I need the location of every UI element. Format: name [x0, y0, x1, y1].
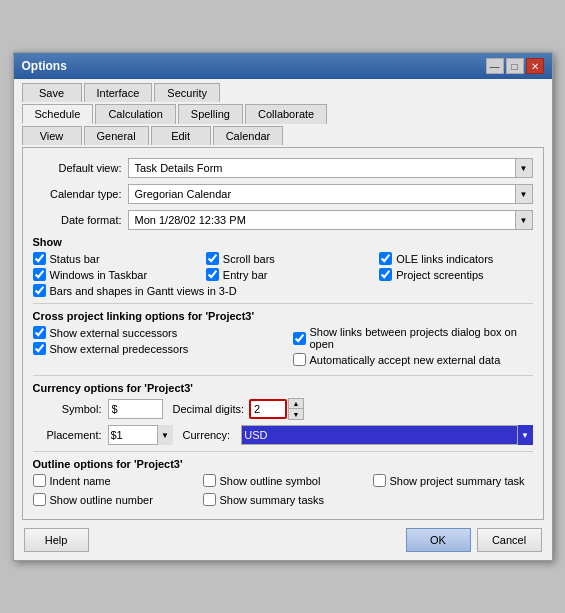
help-button[interactable]: Help	[24, 528, 89, 552]
decimal-digits-input[interactable]	[249, 399, 287, 419]
date-format-select-wrapper: Mon 1/28/02 12:33 PM ▼	[128, 210, 533, 230]
show-checkboxes: Status bar Windows in Taskbar Scroll bar…	[33, 252, 533, 284]
external-successors-label: Show external successors	[50, 327, 178, 339]
show-outline-symbol-row: Show outline symbol	[203, 474, 363, 487]
divider-2	[33, 375, 533, 376]
cancel-button[interactable]: Cancel	[477, 528, 542, 552]
bottom-buttons: Help OK Cancel	[14, 520, 552, 560]
external-predecessors-label: Show external predecessors	[50, 343, 189, 355]
symbol-decimal-row: Symbol: Decimal digits: ▲ ▼	[33, 398, 533, 420]
indent-name-checkbox[interactable]	[33, 474, 46, 487]
currency-type-select-wrapper: USD ▼	[241, 425, 532, 445]
tabs-row-1: Save Interface Security	[22, 83, 544, 102]
bars-shapes-checkbox[interactable]	[33, 284, 46, 297]
window-controls: — □ ✕	[486, 58, 544, 74]
default-view-select[interactable]: Task Details Form	[128, 158, 533, 178]
external-successors-checkbox[interactable]	[33, 326, 46, 339]
show-links-row: Show links between projects dialog box o…	[293, 326, 533, 350]
project-screentips-checkbox[interactable]	[379, 268, 392, 281]
currency-type-label: Currency:	[183, 429, 231, 441]
show-summary-tasks-row: Show summary tasks	[203, 493, 363, 506]
auto-accept-row: Automatically accept new external data	[293, 353, 533, 366]
scroll-bars-row: Scroll bars	[206, 252, 359, 265]
show-col-mid: Scroll bars Entry bar	[206, 252, 359, 284]
tab-save[interactable]: Save	[22, 83, 82, 102]
decimal-group: Decimal digits: ▲ ▼	[173, 398, 305, 420]
tab-collaborate[interactable]: Collaborate	[245, 104, 327, 124]
entry-bar-row: Entry bar	[206, 268, 359, 281]
decimal-input-wrapper: ▲ ▼	[249, 398, 304, 420]
ok-cancel-group: OK Cancel	[406, 528, 542, 552]
status-bar-row: Status bar	[33, 252, 186, 265]
show-summary-tasks-checkbox[interactable]	[203, 493, 216, 506]
options-window: Options — □ ✕ Save Interface Security Sc…	[13, 52, 553, 561]
date-format-select[interactable]: Mon 1/28/02 12:33 PM	[128, 210, 533, 230]
tab-interface[interactable]: Interface	[84, 83, 153, 102]
tab-general[interactable]: General	[84, 126, 149, 145]
show-links-checkbox[interactable]	[293, 332, 306, 345]
tab-calendar[interactable]: Calendar	[213, 126, 284, 145]
symbol-label: Symbol:	[33, 403, 108, 415]
ole-links-checkbox[interactable]	[379, 252, 392, 265]
show-outline-number-row: Show outline number	[33, 493, 193, 506]
show-col-right: OLE links indicators Project screentips	[379, 252, 532, 284]
show-section-header: Show	[33, 236, 533, 248]
tab-view[interactable]: View	[22, 126, 82, 145]
outline-section: Outline options for 'Project3' Indent na…	[33, 458, 533, 509]
cross-project-checkboxes: Show external successors Show external p…	[33, 326, 533, 369]
minimize-button[interactable]: —	[486, 58, 504, 74]
tabs-row-3: View General Edit Calendar	[22, 126, 544, 145]
entry-bar-label: Entry bar	[223, 269, 268, 281]
auto-accept-label: Automatically accept new external data	[310, 354, 501, 366]
decimal-spin-down[interactable]: ▼	[289, 409, 303, 419]
cross-col-right: Show links between projects dialog box o…	[293, 326, 533, 369]
placement-select[interactable]: $1	[108, 425, 173, 445]
show-outline-symbol-label: Show outline symbol	[220, 475, 321, 487]
tab-edit[interactable]: Edit	[151, 126, 211, 145]
entry-bar-checkbox[interactable]	[206, 268, 219, 281]
auto-accept-checkbox[interactable]	[293, 353, 306, 366]
maximize-button[interactable]: □	[506, 58, 524, 74]
default-view-select-wrapper: Task Details Form ▼	[128, 158, 533, 178]
symbol-input[interactable]	[108, 399, 163, 419]
decimal-digits-label: Decimal digits:	[173, 403, 245, 415]
decimal-spin-up[interactable]: ▲	[289, 399, 303, 409]
cross-project-header: Cross project linking options for 'Proje…	[33, 310, 533, 322]
scroll-bars-checkbox[interactable]	[206, 252, 219, 265]
bars-shapes-row: Bars and shapes in Gantt views in 3-D	[33, 284, 533, 297]
external-predecessors-row: Show external predecessors	[33, 342, 273, 355]
ok-button[interactable]: OK	[406, 528, 471, 552]
show-col-left: Status bar Windows in Taskbar	[33, 252, 186, 284]
scroll-bars-label: Scroll bars	[223, 253, 275, 265]
show-summary-tasks-label: Show summary tasks	[220, 494, 325, 506]
placement-label: Placement:	[33, 429, 108, 441]
calendar-type-select[interactable]: Gregorian Calendar	[128, 184, 533, 204]
status-bar-checkbox[interactable]	[33, 252, 46, 265]
outline-header: Outline options for 'Project3'	[33, 458, 533, 470]
show-outline-number-checkbox[interactable]	[33, 493, 46, 506]
show-project-summary-checkbox[interactable]	[373, 474, 386, 487]
windows-taskbar-label: Windows in Taskbar	[50, 269, 148, 281]
content-area: Default view: Task Details Form ▼ Calend…	[22, 147, 544, 520]
date-format-row: Date format: Mon 1/28/02 12:33 PM ▼	[33, 210, 533, 230]
title-bar: Options — □ ✕	[14, 53, 552, 79]
tab-security[interactable]: Security	[154, 83, 220, 102]
currency-section: Currency options for 'Project3' Symbol: …	[33, 382, 533, 445]
tab-calculation[interactable]: Calculation	[95, 104, 175, 124]
tab-schedule[interactable]: Schedule	[22, 104, 94, 124]
indent-name-row: Indent name	[33, 474, 193, 487]
external-predecessors-checkbox[interactable]	[33, 342, 46, 355]
default-view-row: Default view: Task Details Form ▼	[33, 158, 533, 178]
tab-spelling[interactable]: Spelling	[178, 104, 243, 124]
show-outline-number-label: Show outline number	[50, 494, 153, 506]
placement-currency-row: Placement: $1 ▼ Currency: USD ▼	[33, 425, 533, 445]
date-format-label: Date format:	[33, 214, 128, 226]
show-project-summary-row: Show project summary task	[373, 474, 533, 487]
close-button[interactable]: ✕	[526, 58, 544, 74]
project-screentips-label: Project screentips	[396, 269, 483, 281]
show-project-summary-label: Show project summary task	[390, 475, 525, 487]
show-outline-symbol-checkbox[interactable]	[203, 474, 216, 487]
divider-3	[33, 451, 533, 452]
currency-type-select[interactable]: USD	[241, 425, 532, 445]
windows-taskbar-checkbox[interactable]	[33, 268, 46, 281]
